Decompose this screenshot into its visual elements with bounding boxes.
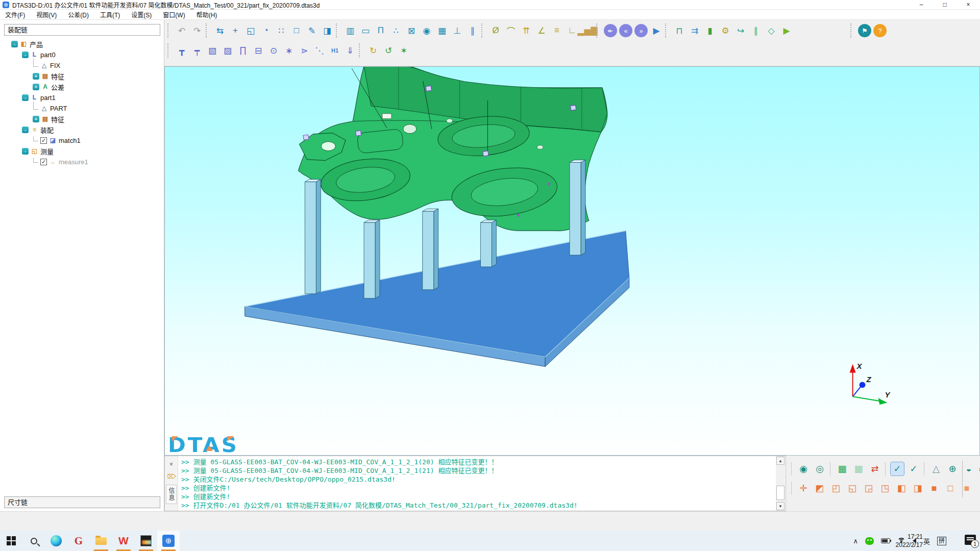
scroll-thumb[interactable]: [776, 486, 785, 500]
export-file-button[interactable]: ↪: [734, 24, 747, 37]
scroll-down-icon[interactable]: ▼: [776, 502, 785, 510]
minimize-button[interactable]: –: [910, 0, 933, 10]
import-model-button[interactable]: ⇆: [213, 24, 227, 37]
question-help-button[interactable]: ?: [873, 24, 887, 37]
rotate-cylinder-ccw-button[interactable]: ↺: [382, 44, 395, 57]
expand-icon[interactable]: +: [33, 73, 39, 80]
expand-icon[interactable]: +: [33, 84, 39, 90]
tree-item-测量[interactable]: -◱测量: [4, 146, 160, 157]
tree-checkbox[interactable]: ✓: [40, 137, 47, 144]
taskbar-clock[interactable]: 17:21 2022/2/17: [896, 533, 923, 549]
locator-pins-button[interactable]: ⊙: [267, 44, 280, 57]
display-all-button[interactable]: ▦: [835, 462, 849, 476]
wechat-icon[interactable]: [865, 537, 874, 545]
block-points-button[interactable]: ▨: [221, 44, 234, 57]
rewind-button[interactable]: «: [619, 24, 632, 37]
dimension-chain-tab[interactable]: 尺寸链: [4, 496, 160, 508]
photos-icon[interactable]: [135, 531, 157, 551]
simulation-monitor-button[interactable]: ▶: [650, 24, 663, 37]
clamp-a-button[interactable]: ┳: [175, 44, 188, 57]
search-button[interactable]: [22, 531, 45, 551]
dof-hub-button[interactable]: ∗: [282, 44, 296, 57]
collapse-icon[interactable]: -: [22, 94, 29, 101]
block-button[interactable]: ▧: [206, 44, 219, 57]
vector-a-button[interactable]: ⋗: [298, 44, 311, 57]
edge-icon[interactable]: [45, 531, 67, 551]
report-button[interactable]: ◔: [259, 24, 273, 37]
viewport-3d-scene[interactable]: X Z Y: [165, 67, 979, 455]
menu-item-1[interactable]: 视图(V): [36, 10, 57, 19]
tree-checkbox[interactable]: ✓: [40, 159, 47, 165]
bottom-face-view-button[interactable]: ◲: [862, 481, 876, 495]
plane-pair-button[interactable]: ∥: [466, 24, 479, 37]
redo-button[interactable]: ↷: [190, 24, 204, 37]
tree-item-match1[interactable]: ✓◪match1: [4, 135, 160, 146]
show-element-button[interactable]: ◉: [796, 462, 811, 476]
menu-item-4[interactable]: 设置(S): [131, 10, 152, 19]
swap-display-button[interactable]: ⇄: [868, 462, 882, 476]
clamp-b-button[interactable]: ┯: [190, 44, 204, 57]
shapes-filter-button[interactable]: △: [929, 462, 943, 476]
menu-item-6[interactable]: 帮助(H): [197, 10, 217, 19]
tree-item-part1[interactable]: -Lpart1: [4, 92, 160, 103]
tree-item-part0[interactable]: -Lpart0: [4, 49, 160, 60]
tree-item-装配[interactable]: -≡装配: [4, 124, 160, 135]
diameter-tolerance-button[interactable]: Ø: [489, 24, 502, 37]
compare-planes-button[interactable]: ∥: [749, 24, 763, 37]
menu-item-0[interactable]: 文件(F): [5, 10, 25, 19]
left-face-view-button[interactable]: ◳: [878, 481, 892, 495]
region-select-button[interactable]: ◉: [420, 24, 433, 37]
start-button[interactable]: [0, 531, 22, 551]
maximize-button[interactable]: □: [933, 0, 957, 10]
log-info-tab[interactable]: 信息: [166, 485, 177, 504]
tray-chevron-icon[interactable]: ∧: [853, 537, 858, 545]
file-explorer-icon[interactable]: [90, 531, 112, 551]
position-tolerance-button[interactable]: ⇈: [520, 24, 533, 37]
scroll-up-icon[interactable]: ▲: [776, 457, 785, 465]
distribute-button[interactable]: ⇉: [688, 24, 701, 37]
subtract-block-button[interactable]: ⊟: [252, 44, 265, 57]
display-outline-button[interactable]: ▦: [851, 462, 866, 476]
run-simulation-button[interactable]: ▶: [780, 24, 793, 37]
snowflake-hub-button[interactable]: ✶: [397, 44, 410, 57]
angle-tolerance-button[interactable]: ∠: [535, 24, 548, 37]
viewport-3d[interactable]: X Z Y DTAS: [164, 66, 980, 456]
mesh-view-button[interactable]: ▦: [435, 24, 449, 37]
confirm-view-b-button[interactable]: ✓: [906, 462, 921, 476]
dtas-icon[interactable]: ⊕: [157, 531, 180, 551]
doc-properties-button[interactable]: ◨: [321, 24, 334, 37]
tree-item-measure1[interactable]: ✓↔measure1: [4, 157, 160, 167]
g-app-icon[interactable]: G: [67, 531, 90, 551]
profile-tolerance-button[interactable]: ⌒: [504, 24, 518, 37]
collapse-icon[interactable]: -: [22, 127, 29, 133]
menu-item-3[interactable]: 工具(T): [100, 10, 120, 19]
fixture-table-button[interactable]: ∏: [236, 44, 250, 57]
stack-tolerance-button[interactable]: ≡: [550, 24, 564, 37]
tree-item-PART[interactable]: △PART: [4, 103, 160, 114]
menu-item-2[interactable]: 公差(D): [68, 10, 89, 19]
skip-start-button[interactable]: ↞: [604, 24, 617, 37]
wire-iso-view-button[interactable]: ◰: [829, 481, 843, 495]
pin-measure-button[interactable]: ⊥: [451, 24, 464, 37]
battery-icon[interactable]: [881, 538, 890, 543]
close-log-icon[interactable]: ×: [167, 460, 176, 468]
close-button[interactable]: ×: [957, 0, 980, 10]
wireframe-box-button[interactable]: ◇: [765, 24, 778, 37]
collapse-icon[interactable]: -: [22, 148, 29, 155]
clear-log-icon[interactable]: ⌦: [167, 472, 176, 481]
top-face-view-button[interactable]: ◱: [845, 481, 860, 495]
forward-button[interactable]: »: [634, 24, 648, 37]
bookmark-help-button[interactable]: ⚑: [858, 24, 871, 37]
datum-h1-button[interactable]: H1: [328, 44, 341, 57]
feature-target-button[interactable]: ⊕: [945, 462, 960, 476]
expand-icon[interactable]: +: [33, 116, 39, 122]
measure-machine-button[interactable]: ⊓: [673, 24, 686, 37]
tree-item-特征[interactable]: +▤特征: [4, 114, 160, 124]
tree-item-产品[interactable]: -◧产品: [4, 39, 160, 49]
wps-icon[interactable]: W: [112, 531, 135, 551]
cylinder-tool-button[interactable]: ▮: [703, 24, 717, 37]
fixture-view-button[interactable]: Π: [374, 24, 387, 37]
ime-language-indicator[interactable]: 英: [923, 536, 930, 546]
template-doc-button[interactable]: □: [290, 24, 303, 37]
front-face-view-button[interactable]: ◨: [911, 481, 925, 495]
